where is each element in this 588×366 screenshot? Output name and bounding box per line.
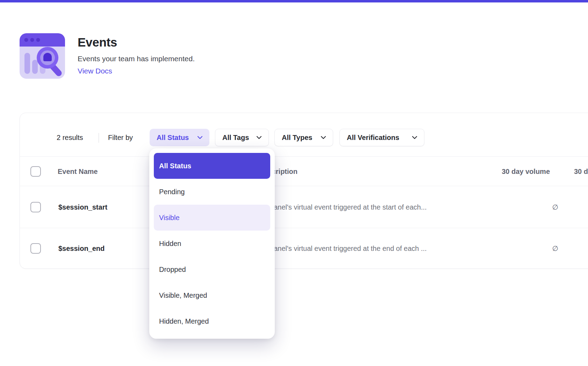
status-option-dropped[interactable]: Dropped (154, 256, 270, 282)
filter-all-tags-label: All Tags (222, 134, 249, 142)
filter-all-verifications-button[interactable]: All Verifications (339, 129, 424, 146)
filter-all-types-button[interactable]: All Types (274, 129, 333, 146)
filter-all-status-button[interactable]: All Status (150, 129, 209, 146)
chevron-down-icon (412, 136, 417, 139)
column-header-event-name[interactable]: Event Name (58, 157, 98, 186)
page-subtitle: Events your team has implemented. (78, 55, 195, 63)
header-text: Events Events your team has implemented.… (78, 33, 195, 75)
table-row[interactable]: $session_start Mixpanel's virtual event … (20, 186, 588, 228)
column-header-30-day-volume[interactable]: 30 day volume (445, 157, 550, 186)
top-accent-bar (0, 0, 588, 2)
status-dropdown-menu: All Status Pending Visible Hidden Droppe… (149, 148, 275, 339)
filter-divider (99, 133, 99, 143)
filter-all-tags-button[interactable]: All Tags (215, 129, 269, 146)
events-table-card: 2 results Filter by All Status All Tags … (20, 113, 588, 269)
status-option-pending[interactable]: Pending (154, 179, 270, 205)
status-option-hidden[interactable]: Hidden (154, 231, 270, 256)
table-row[interactable]: $session_end Mixpanel's virtual event tr… (20, 228, 588, 269)
status-option-visible-merged[interactable]: Visible, Merged (154, 282, 270, 308)
filter-bar: 2 results Filter by All Status All Tags … (20, 113, 588, 157)
row-checkbox[interactable] (30, 202, 41, 212)
table-header-row: Event Name Description 30 day volume 30 … (20, 157, 588, 186)
event-name-cell[interactable]: $session_start (58, 186, 107, 228)
browser-chart-magnifier-icon (20, 33, 65, 79)
filter-all-verifications-label: All Verifications (347, 134, 399, 142)
event-description-cell: Mixpanel's virtual event triggered at th… (259, 186, 427, 228)
status-option-hidden-merged[interactable]: Hidden, Merged (154, 308, 270, 334)
page-header: Events Events your team has implemented.… (20, 33, 195, 79)
chevron-down-icon (198, 136, 202, 139)
view-docs-link[interactable]: View Docs (78, 67, 112, 75)
chevron-down-icon (257, 136, 261, 139)
event-name-cell[interactable]: $session_end (58, 228, 105, 269)
filter-all-status-label: All Status (157, 134, 189, 142)
chevron-down-icon (321, 136, 326, 139)
status-option-all-status[interactable]: All Status (154, 153, 270, 179)
select-all-checkbox[interactable] (30, 166, 41, 177)
page-title: Events (78, 35, 195, 49)
status-option-visible[interactable]: Visible (154, 205, 270, 231)
filter-all-types-label: All Types (282, 134, 312, 142)
row-checkbox[interactable] (30, 243, 41, 254)
event-volume-cell: ∅ (457, 228, 558, 269)
event-description-cell: Mixpanel's virtual event triggered at th… (259, 228, 427, 269)
filter-by-label: Filter by (108, 129, 133, 146)
event-volume-cell: ∅ (457, 186, 558, 228)
column-header-30-d-truncated[interactable]: 30 d (574, 157, 588, 186)
results-count: 2 results (57, 129, 83, 146)
